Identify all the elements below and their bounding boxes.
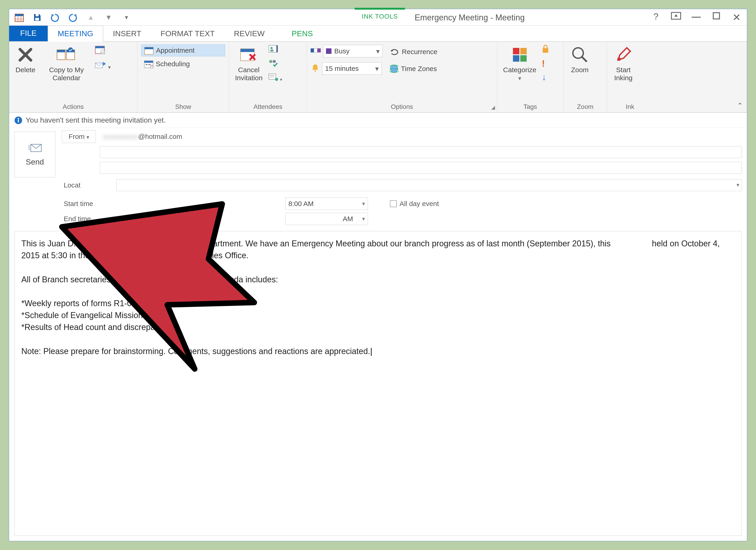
zoom-button[interactable]: Zoom	[567, 44, 592, 75]
tab-insert[interactable]: INSERT	[103, 26, 151, 41]
down-arrow-icon[interactable]: ▼	[103, 12, 114, 23]
calendar-icon[interactable]	[14, 12, 25, 23]
reminder-bell-icon	[311, 63, 320, 74]
delete-button[interactable]: Delete	[13, 44, 38, 75]
save-icon[interactable]	[32, 12, 43, 23]
ribbon-group-ink: Start Inking Ink	[607, 42, 653, 112]
busy-color-swatch	[326, 48, 331, 54]
maximize-button[interactable]	[711, 11, 722, 23]
end-time-label: End time	[62, 215, 112, 223]
collapse-ribbon-icon[interactable]: ⌃	[737, 101, 743, 110]
private-lock-icon[interactable]	[542, 44, 549, 55]
low-importance-icon[interactable]: ↓	[542, 72, 549, 82]
to-field[interactable]	[100, 146, 742, 158]
tab-file[interactable]: FILE	[9, 25, 48, 41]
svg-rect-12	[57, 50, 65, 52]
ribbon-group-zoom: Zoom Zoom	[564, 42, 607, 112]
minimize-button[interactable]: —	[690, 11, 702, 23]
pen-icon	[614, 45, 633, 65]
subject-field[interactable]	[100, 162, 742, 174]
response-options-icon[interactable]: ▾	[268, 73, 282, 83]
copy-to-calendar-button[interactable]: Copy to My Calendar	[41, 44, 92, 83]
ribbon-group-show: Appointment Scheduling Show	[137, 42, 229, 112]
svg-rect-24	[145, 64, 148, 65]
all-day-checkbox[interactable]: All day event	[390, 200, 439, 207]
help-icon[interactable]: ?	[650, 11, 662, 23]
svg-rect-17	[95, 46, 104, 48]
svg-rect-37	[311, 48, 314, 52]
ribbon-group-actions: Delete Copy to My Calendar ▾ Actions	[9, 42, 137, 112]
tab-review[interactable]: REVIEW	[224, 26, 274, 41]
calendar-copy-icon	[57, 45, 76, 65]
svg-point-40	[315, 70, 316, 72]
redo-icon[interactable]	[67, 12, 78, 23]
svg-point-45	[617, 57, 621, 61]
svg-point-34	[273, 60, 276, 63]
svg-rect-7	[36, 14, 38, 16]
categorize-button[interactable]: Categorize▼	[501, 44, 539, 83]
calendar-small-icon[interactable]	[95, 45, 111, 56]
send-button[interactable]: Send	[14, 131, 55, 177]
scheduling-button[interactable]: Scheduling	[141, 58, 225, 70]
high-importance-icon[interactable]: !	[542, 58, 549, 69]
qat-customize-icon[interactable]: ▾	[121, 12, 132, 23]
from-button[interactable]: From ▾	[62, 130, 96, 143]
svg-rect-21	[145, 47, 153, 49]
ribbon-group-attendees: Cancel Invitation ▾ Attendees	[229, 42, 307, 112]
start-time-label: Start time	[62, 200, 112, 207]
send-envelope-icon	[27, 142, 42, 155]
svg-point-48	[18, 118, 19, 119]
svg-rect-31	[270, 49, 274, 51]
time-zones-button[interactable]: Time Zones	[387, 63, 440, 75]
start-inking-button[interactable]: Start Inking	[611, 44, 636, 83]
window-title: Emergency Meeting - Meeting	[415, 13, 525, 22]
show-as-select[interactable]: Busy ▾	[323, 45, 383, 57]
svg-rect-28	[241, 49, 254, 52]
reminder-select[interactable]: 15 minutes ▾	[322, 62, 382, 75]
categorize-icon	[510, 45, 530, 65]
quick-access-toolbar: ▲ ▼ ▾	[9, 9, 137, 25]
close-button[interactable]: ✕	[731, 11, 742, 23]
location-label: Locat	[62, 181, 112, 189]
svg-rect-1	[15, 14, 24, 16]
dialog-launcher-icon[interactable]: ◢	[491, 104, 495, 110]
info-icon	[14, 116, 22, 124]
appointment-button[interactable]: Appointment	[141, 44, 225, 56]
svg-rect-23	[144, 61, 153, 63]
appointment-icon	[144, 46, 154, 55]
svg-rect-8	[35, 18, 39, 20]
address-book-icon[interactable]	[268, 44, 282, 55]
tab-pens[interactable]: PENS	[282, 26, 323, 41]
from-address: @hotmail.com	[138, 133, 182, 140]
ribbon-tabs: FILE MEETING INSERT FORMAT TEXT REVIEW P…	[9, 26, 747, 42]
svg-point-36	[275, 78, 278, 81]
end-time-select[interactable]: AM▾	[285, 213, 368, 225]
svg-rect-35	[269, 74, 276, 79]
recurrence-icon	[389, 47, 400, 56]
undo-icon[interactable]	[49, 12, 60, 23]
show-as-icon	[311, 47, 321, 56]
svg-point-18	[101, 50, 105, 54]
ink-tools-contextual-tab: INK TOOLS	[355, 8, 405, 23]
ink-tools-label: INK TOOLS	[355, 10, 405, 23]
tab-format-text[interactable]: FORMAT TEXT	[151, 26, 224, 41]
forward-icon[interactable]: ▾	[95, 60, 111, 71]
ribbon-group-options: Busy ▾ 15 minutes ▾	[307, 42, 497, 112]
check-names-icon[interactable]	[268, 59, 282, 69]
svg-rect-32	[277, 45, 278, 52]
location-field[interactable]: ▾	[116, 179, 742, 191]
svg-point-15	[68, 47, 73, 52]
scheduling-icon	[144, 60, 153, 68]
delete-icon	[16, 45, 35, 65]
compose-header: Send From ▾ xxxxxxxxx @hotmail.com To x …	[9, 128, 747, 225]
chevron-down-icon: ▾	[376, 47, 380, 55]
tab-meeting[interactable]: MEETING	[48, 25, 103, 42]
message-body[interactable]: This is Juan D. Smith Local Se f KHM Dep…	[14, 231, 742, 536]
svg-point-30	[270, 47, 273, 49]
ribbon-display-icon[interactable]	[670, 11, 682, 23]
recurrence-button[interactable]: Recurrence	[387, 46, 440, 58]
app-window: ▲ ▼ ▾ INK TOOLS Emergency Meeting - Meet…	[9, 9, 747, 541]
up-arrow-icon[interactable]: ▲	[85, 12, 96, 23]
cancel-invitation-button[interactable]: Cancel Invitation	[233, 44, 265, 83]
start-time-select[interactable]: 8:00 AM▾	[285, 197, 368, 210]
